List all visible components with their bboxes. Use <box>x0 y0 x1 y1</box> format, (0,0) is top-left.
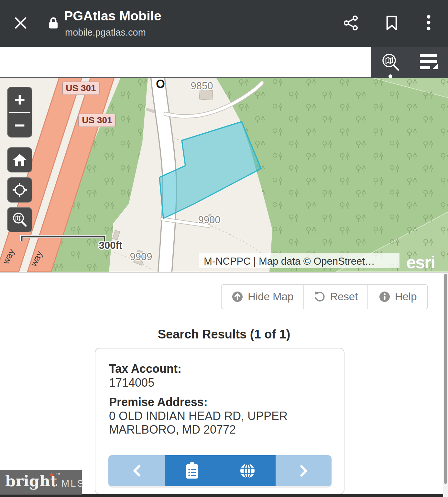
shield-us301-1: US 301 <box>66 83 96 93</box>
premise-address-label: Premise Address: <box>109 395 208 409</box>
tax-account-value: 1714005 <box>109 376 154 390</box>
help-label: Help <box>395 291 417 303</box>
chevron-left-icon <box>131 464 142 478</box>
map-search-icon[interactable] <box>380 52 401 74</box>
label-9900: 9900 <box>198 214 221 226</box>
home-icon <box>12 153 27 167</box>
browser-chrome: PGAtlas Mobile mobile.pgatlas.com <box>0 0 448 47</box>
prev-result-button[interactable] <box>108 455 165 486</box>
lock-icon <box>49 17 58 31</box>
locate-button[interactable] <box>7 177 32 203</box>
reset-label: Reset <box>330 291 358 303</box>
overflow-menu-icon[interactable] <box>423 14 434 32</box>
page-url: mobile.pgatlas.com <box>65 27 146 38</box>
scrollbar-thumb[interactable] <box>444 274 447 484</box>
hide-map-label: Hide Map <box>248 291 293 303</box>
reset-button[interactable]: Reset <box>304 285 368 309</box>
premise-address-line2: MARLBORO, MD 20772 <box>109 423 236 436</box>
clipboard-icon <box>185 462 200 480</box>
pager-actions <box>165 455 276 486</box>
scale-label: 300ft <box>99 240 122 251</box>
share-icon[interactable] <box>344 15 359 32</box>
map-search-button[interactable] <box>7 207 32 232</box>
header-toolbar <box>371 47 448 78</box>
star-icon: ✦ <box>48 470 55 480</box>
next-result-button[interactable] <box>276 455 332 486</box>
chevron-right-icon <box>298 464 309 478</box>
web-globe-button[interactable] <box>239 462 256 479</box>
results-title: Search Results (1 of 1) <box>0 327 448 341</box>
active-tool-dot <box>388 74 392 78</box>
map-canvas[interactable]: US 301 US 301 9850 9900 9909 O way way 3… <box>0 78 448 272</box>
tax-account-label: Tax Account: <box>109 362 181 376</box>
watermark-suffix: MLS <box>61 478 85 489</box>
zoom-out-button[interactable]: − <box>8 113 32 138</box>
street-name-letter: O <box>156 78 165 91</box>
map-magnifier-icon <box>11 211 28 228</box>
undo-icon <box>314 291 325 303</box>
map-action-buttons: Hide Map Reset Help <box>221 284 428 309</box>
result-pager <box>108 455 332 486</box>
watermark-tm: ™ <box>56 472 60 477</box>
page-title: PGAtlas Mobile <box>64 8 161 24</box>
crosshair-icon <box>12 182 27 198</box>
home-button[interactable] <box>7 147 32 172</box>
scrollbar-track[interactable] <box>443 273 448 497</box>
zoom-in-button[interactable]: + <box>8 87 32 112</box>
zoom-control: + − <box>7 87 32 138</box>
hide-map-button[interactable]: Hide Map <box>222 285 304 309</box>
bookmark-icon[interactable] <box>384 15 399 32</box>
close-icon[interactable] <box>14 16 28 31</box>
label-9850: 9850 <box>191 80 213 92</box>
shield-us301-2: US 301 <box>82 115 112 125</box>
premise-address-line1: 0 OLD INDIAN HEAD RD, UPPER <box>109 409 288 423</box>
attribution-text: M-NCPPC | Map data © OpenStreet… <box>204 256 375 267</box>
details-clipboard-button[interactable] <box>185 462 200 480</box>
layer-list-icon[interactable] <box>419 53 439 72</box>
arrow-up-circle-icon <box>232 291 243 303</box>
esri-logo: esri <box>406 252 435 272</box>
info-circle-icon <box>379 291 390 303</box>
help-button[interactable]: Help <box>368 285 427 309</box>
label-9909: 9909 <box>130 251 152 262</box>
bright-mls-watermark: bright ✦ ™ MLS <box>0 470 82 495</box>
screen: PGAtlas Mobile mobile.pgatlas.com PGAtla… <box>0 0 448 497</box>
globe-icon <box>239 462 256 479</box>
